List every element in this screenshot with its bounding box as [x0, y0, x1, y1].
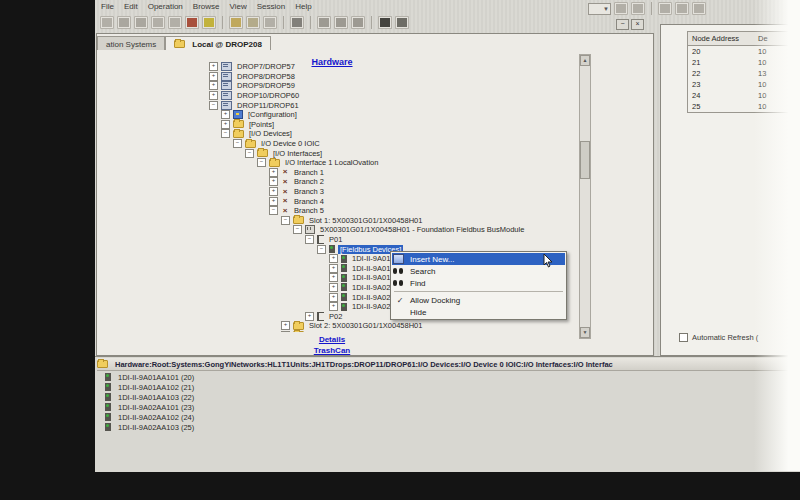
tree-row[interactable]: +DROP10/DROP60 — [99, 91, 577, 101]
tree-row[interactable]: −DROP11/DROP61 — [99, 100, 577, 110]
expand-toggle-icon[interactable]: − — [269, 206, 278, 215]
expand-toggle-icon[interactable]: + — [281, 331, 290, 332]
tree-node-label[interactable]: DROP10/DROP60 — [235, 91, 301, 100]
tree-node-label[interactable]: [Configuration] — [246, 110, 299, 119]
list-item[interactable]: 1DI-II-9A02AA101 (23) — [105, 402, 194, 412]
tree-row[interactable]: +Slot 2: 5X00301G01/1X00458H01 — [99, 321, 577, 331]
menu-item-browse[interactable]: Browse — [193, 2, 220, 11]
list-item[interactable]: 1DI-II-9A02AA103 (25) — [105, 422, 194, 432]
menu-item-operation[interactable]: Operation — [148, 2, 183, 11]
tree-row[interactable]: −5X00301G01/1X00458H01 - Foundation Fiel… — [99, 225, 577, 235]
expand-toggle-icon[interactable]: + — [209, 81, 218, 90]
tree-row[interactable]: +×Branch 4 — [99, 196, 577, 206]
tree-row[interactable]: +Slot 3: Empty — [99, 331, 577, 332]
details-link[interactable]: Details — [319, 335, 345, 344]
expand-toggle-icon[interactable]: − — [281, 216, 290, 225]
tab-ation-systems[interactable]: ation Systems — [97, 36, 165, 50]
expand-toggle-icon[interactable]: − — [245, 149, 254, 158]
window-b-icon[interactable] — [675, 2, 689, 15]
menu-item-view[interactable]: View — [230, 2, 247, 11]
tree-node-label[interactable]: Branch 2 — [292, 177, 326, 186]
tree-row[interactable]: −I/O Interface 1 LocalOvation — [99, 158, 577, 168]
expand-toggle-icon[interactable]: − — [233, 139, 242, 148]
tree-node-label[interactable]: [Points] — [247, 120, 276, 129]
expand-toggle-icon[interactable]: + — [209, 91, 218, 100]
scroll-up-icon[interactable]: ▲ — [580, 55, 590, 66]
list-item[interactable]: 1DI-II-9A01AA101 (20) — [105, 372, 194, 382]
tree-row[interactable]: −Slot 1: 5X00301G01/1X00458H01 — [99, 216, 577, 226]
expand-toggle-icon[interactable]: − — [293, 225, 302, 234]
tree-node-label[interactable]: P02 — [327, 312, 344, 321]
expand-toggle-icon[interactable]: + — [209, 62, 218, 71]
expand-toggle-icon[interactable]: + — [329, 283, 338, 292]
close-button[interactable]: × — [631, 19, 644, 30]
menu-item-session[interactable]: Session — [257, 2, 285, 11]
expand-toggle-icon[interactable]: + — [329, 293, 338, 302]
expand-toggle-icon[interactable]: − — [257, 158, 266, 167]
delete-icon[interactable] — [334, 16, 348, 29]
expand-toggle-icon[interactable]: + — [269, 177, 278, 186]
menu-item-help[interactable]: Help — [295, 2, 311, 11]
filter-icon[interactable] — [202, 16, 216, 29]
trashcan-link[interactable]: TrashCan — [314, 346, 350, 355]
refresh-icon[interactable] — [351, 16, 365, 29]
tree-row[interactable]: +DROP9/DROP59 — [99, 81, 577, 91]
expand-toggle-icon[interactable]: + — [329, 254, 338, 263]
expand-toggle-icon[interactable]: − — [209, 101, 218, 110]
menu-item-insert-new-[interactable]: Insert New... — [392, 253, 565, 265]
tree-row[interactable]: +DROP8/DROP58 — [99, 72, 577, 82]
expand-toggle-icon[interactable]: + — [305, 312, 314, 321]
tree-node-label[interactable]: DROP11/DROP61 — [235, 101, 301, 110]
expand-toggle-icon[interactable]: + — [209, 72, 218, 81]
path-bar[interactable]: Hardware:Root:Systems:GongYiNetworks:HL1… — [97, 358, 797, 371]
open-folder-icon[interactable] — [229, 16, 243, 29]
print-icon[interactable] — [100, 16, 114, 29]
menu-item-search[interactable]: Search — [392, 265, 565, 277]
expand-toggle-icon[interactable]: + — [221, 110, 230, 119]
tree-row[interactable]: +×Branch 2 — [99, 177, 577, 187]
menu-item-hide[interactable]: Hide — [392, 306, 565, 318]
find-binoculars-icon[interactable] — [378, 16, 392, 29]
menu-item-edit[interactable]: Edit — [124, 2, 138, 11]
minimize-button[interactable]: − — [616, 19, 629, 30]
expand-toggle-icon[interactable]: + — [281, 321, 290, 330]
menu-item-allow-docking[interactable]: ✓Allow Docking — [392, 294, 565, 306]
tree-row[interactable]: −I/O Device 0 IOIC — [99, 139, 577, 149]
menu-item-find[interactable]: Find — [392, 277, 565, 289]
cut-icon[interactable] — [134, 16, 148, 29]
expand-toggle-icon[interactable]: + — [329, 302, 338, 311]
tree-node-label[interactable]: DROP9/DROP59 — [235, 81, 297, 90]
tree-node-label[interactable]: Slot 1: 5X00301G01/1X00458H01 — [307, 216, 424, 225]
tab-local-drop208[interactable]: Local @ DROP208 — [165, 36, 271, 50]
tree-node-label[interactable]: P01 — [327, 235, 344, 244]
expand-toggle-icon[interactable]: − — [305, 235, 314, 244]
copy-icon[interactable] — [151, 16, 165, 29]
find-next-icon[interactable] — [395, 16, 409, 29]
tree-node-label[interactable]: I/O Device 0 IOIC — [259, 139, 322, 148]
tree-row[interactable]: +×Branch 3 — [99, 187, 577, 197]
tree-node-label[interactable]: [I/O Devices] — [247, 129, 294, 138]
tree-node-label[interactable]: I/O Interface 1 LocalOvation — [283, 158, 380, 167]
tree-row[interactable]: −[I/O Devices] — [99, 129, 577, 139]
tree-node-label[interactable]: Slot 3: Empty — [307, 331, 356, 332]
tile-windows-icon[interactable] — [614, 2, 628, 15]
zoom-combo[interactable]: ▼ — [588, 3, 611, 15]
select-icon[interactable] — [317, 16, 331, 29]
expand-toggle-icon[interactable]: + — [269, 197, 278, 206]
tree-node-label[interactable]: 5X00301G01/1X00458H01 - Foundation Field… — [318, 225, 526, 234]
tree-node-label[interactable]: [I/O Interfaces] — [271, 149, 324, 158]
scroll-down-icon[interactable]: ▼ — [580, 327, 590, 338]
table-row[interactable]: 2310 — [688, 79, 800, 90]
list-item[interactable]: 1DI-II-9A02AA102 (24) — [105, 412, 194, 422]
tree-row[interactable]: −[I/O Interfaces] — [99, 148, 577, 158]
tree-node-label[interactable]: Branch 4 — [292, 197, 326, 206]
tree-row[interactable]: +DROP7/DROP57 — [99, 62, 577, 72]
table-row[interactable]: 2110 — [688, 57, 800, 68]
tree-node-label[interactable]: Slot 2: 5X00301G01/1X00458H01 — [307, 321, 424, 330]
tree-node-label[interactable]: DROP7/DROP57 — [235, 62, 297, 71]
expand-toggle-icon[interactable]: − — [317, 245, 326, 254]
tree-row[interactable]: −×Branch 5 — [99, 206, 577, 216]
menu-item-file[interactable]: File — [101, 2, 114, 11]
load-icon[interactable] — [246, 16, 260, 29]
camera-icon[interactable] — [290, 16, 304, 29]
